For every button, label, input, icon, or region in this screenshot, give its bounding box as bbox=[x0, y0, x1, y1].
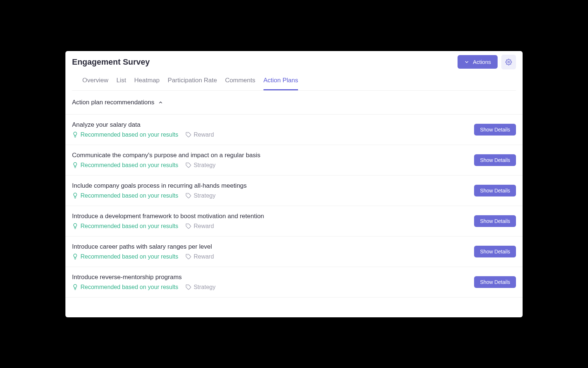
recommendation-content: Introduce a development framework to boo… bbox=[72, 213, 264, 230]
tag-icon bbox=[186, 132, 191, 138]
recommendations-list: Analyze your salary dataRecommended base… bbox=[65, 115, 523, 297]
recommendation-reason: Recommended based on your results bbox=[72, 253, 178, 260]
recommendation-category-text: Reward bbox=[194, 223, 214, 230]
recommendation-title: Introduce career paths with salary range… bbox=[72, 243, 214, 250]
recommendation-meta: Recommended based on your resultsReward bbox=[72, 253, 214, 260]
chevron-up-icon bbox=[158, 100, 163, 105]
tab-action-plans[interactable]: Action Plans bbox=[263, 77, 298, 90]
recommendation-content: Introduce reverse-mentorship programsRec… bbox=[72, 274, 216, 291]
recommendation-reason-text: Recommended based on your results bbox=[80, 131, 178, 138]
settings-button[interactable] bbox=[501, 55, 516, 69]
recommendation-category: Strategy bbox=[186, 192, 216, 199]
recommendation-item: Communicate the company's purpose and im… bbox=[65, 145, 523, 176]
recommendation-item: Introduce career paths with salary range… bbox=[65, 237, 523, 267]
recommendation-content: Introduce career paths with salary range… bbox=[72, 243, 214, 260]
lightbulb-icon bbox=[72, 223, 78, 229]
recommendation-category: Reward bbox=[186, 253, 214, 260]
recommendation-category: Strategy bbox=[186, 162, 216, 169]
tag-icon bbox=[186, 162, 191, 168]
recommendation-category: Strategy bbox=[186, 284, 216, 291]
header: Engagement Survey Actions bbox=[65, 51, 523, 69]
actions-button-label: Actions bbox=[473, 59, 491, 65]
lightbulb-icon bbox=[72, 284, 78, 290]
svg-point-0 bbox=[508, 61, 510, 63]
show-details-button[interactable]: Show Details bbox=[474, 154, 516, 166]
recommendation-title: Introduce a development framework to boo… bbox=[72, 213, 264, 220]
tag-icon bbox=[186, 284, 191, 290]
recommendation-reason-text: Recommended based on your results bbox=[80, 192, 178, 199]
show-details-button[interactable]: Show Details bbox=[474, 215, 516, 227]
tab-heatmap[interactable]: Heatmap bbox=[134, 77, 159, 90]
header-actions: Actions bbox=[458, 55, 516, 69]
show-details-button[interactable]: Show Details bbox=[474, 124, 516, 136]
recommendation-title: Analyze your salary data bbox=[72, 121, 214, 129]
tag-icon bbox=[186, 223, 191, 229]
tab-comments[interactable]: Comments bbox=[225, 77, 255, 90]
app-window: Engagement Survey Actions O bbox=[65, 51, 523, 317]
tab-participation-rate[interactable]: Participation Rate bbox=[168, 77, 217, 90]
recommendation-content: Analyze your salary dataRecommended base… bbox=[72, 121, 214, 138]
lightbulb-icon bbox=[72, 253, 78, 260]
recommendation-category-text: Strategy bbox=[194, 192, 216, 199]
recommendation-reason-text: Recommended based on your results bbox=[80, 284, 178, 291]
recommendation-meta: Recommended based on your resultsStrateg… bbox=[72, 192, 247, 199]
recommendation-reason-text: Recommended based on your results bbox=[80, 253, 178, 260]
recommendation-reason: Recommended based on your results bbox=[72, 192, 178, 199]
recommendation-category: Reward bbox=[186, 223, 214, 230]
recommendation-reason-text: Recommended based on your results bbox=[80, 223, 178, 230]
recommendation-category: Reward bbox=[186, 131, 214, 138]
recommendation-item: Introduce reverse-mentorship programsRec… bbox=[65, 267, 523, 297]
recommendation-category-text: Strategy bbox=[194, 284, 216, 291]
recommendation-meta: Recommended based on your resultsStrateg… bbox=[72, 284, 216, 291]
recommendation-category-text: Reward bbox=[194, 131, 214, 138]
section-header[interactable]: Action plan recommendations bbox=[65, 91, 523, 115]
tab-overview[interactable]: Overview bbox=[82, 77, 108, 90]
tag-icon bbox=[186, 254, 191, 260]
recommendation-meta: Recommended based on your resultsReward bbox=[72, 223, 264, 230]
tabs-row: OverviewListHeatmapParticipation RateCom… bbox=[72, 69, 516, 91]
show-details-button[interactable]: Show Details bbox=[474, 185, 516, 196]
tab-list[interactable]: List bbox=[116, 77, 126, 90]
chevron-down-icon bbox=[464, 59, 469, 65]
recommendation-category-text: Strategy bbox=[194, 162, 216, 169]
recommendation-reason: Recommended based on your results bbox=[72, 223, 178, 230]
actions-button[interactable]: Actions bbox=[458, 55, 498, 69]
tag-icon bbox=[186, 193, 191, 199]
lightbulb-icon bbox=[72, 131, 78, 138]
show-details-button[interactable]: Show Details bbox=[474, 246, 516, 257]
lightbulb-icon bbox=[72, 162, 78, 168]
gear-icon bbox=[505, 59, 512, 65]
show-details-button[interactable]: Show Details bbox=[474, 276, 516, 288]
lightbulb-icon bbox=[72, 192, 78, 199]
recommendation-content: Communicate the company's purpose and im… bbox=[72, 152, 261, 169]
recommendation-item: Analyze your salary dataRecommended base… bbox=[65, 115, 523, 145]
recommendation-content: Include company goals process in recurri… bbox=[72, 182, 247, 199]
recommendation-item: Include company goals process in recurri… bbox=[65, 176, 523, 206]
recommendation-item: Introduce a development framework to boo… bbox=[65, 206, 523, 237]
recommendation-category-text: Reward bbox=[194, 253, 214, 260]
recommendation-meta: Recommended based on your resultsReward bbox=[72, 131, 214, 138]
recommendation-meta: Recommended based on your resultsStrateg… bbox=[72, 162, 261, 169]
recommendation-reason: Recommended based on your results bbox=[72, 131, 178, 138]
page-title: Engagement Survey bbox=[72, 57, 150, 67]
recommendation-title: Communicate the company's purpose and im… bbox=[72, 152, 261, 159]
recommendation-title: Include company goals process in recurri… bbox=[72, 182, 247, 190]
recommendation-reason: Recommended based on your results bbox=[72, 284, 178, 291]
section-title: Action plan recommendations bbox=[72, 99, 154, 106]
recommendation-reason-text: Recommended based on your results bbox=[80, 162, 178, 169]
recommendation-reason: Recommended based on your results bbox=[72, 162, 178, 169]
recommendation-title: Introduce reverse-mentorship programs bbox=[72, 274, 216, 281]
